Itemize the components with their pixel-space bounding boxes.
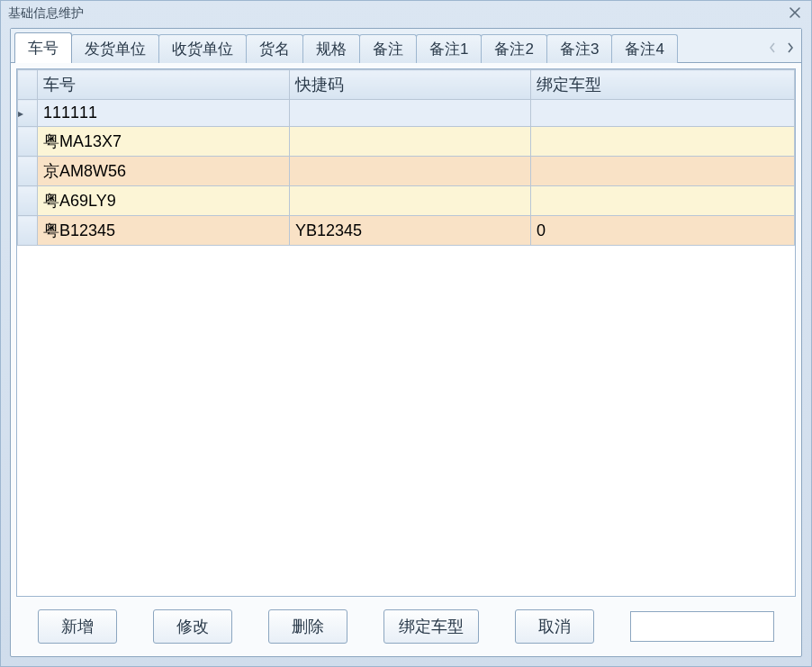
cell-shortcut[interactable]: YB12345 bbox=[290, 216, 531, 246]
row-header-corner bbox=[18, 70, 38, 100]
tab-label: 车号 bbox=[28, 38, 59, 59]
titlebar: 基础信息维护 bbox=[1, 1, 811, 26]
tabs-scroll bbox=[758, 33, 801, 62]
row-pointer bbox=[18, 186, 38, 216]
cell-vehicle[interactable]: 111111 bbox=[38, 100, 290, 127]
cell-bound-model[interactable] bbox=[531, 157, 795, 186]
bind-model-button[interactable]: 绑定车型 bbox=[383, 609, 479, 644]
table-row[interactable]: 粤B12345 YB12345 0 bbox=[18, 216, 795, 246]
col-header-shortcut[interactable]: 快捷码 bbox=[290, 70, 531, 100]
tab-remark[interactable]: 备注 bbox=[359, 34, 417, 63]
tab-label: 备注3 bbox=[560, 39, 599, 59]
tab-goods[interactable]: 货名 bbox=[246, 34, 303, 63]
cell-bound-model[interactable] bbox=[531, 127, 795, 157]
data-grid-wrap: 车号 快捷码 绑定车型 ▸ 111111 粤MA13X7 bbox=[16, 68, 796, 597]
cell-vehicle[interactable]: 粤B12345 bbox=[38, 216, 290, 246]
tab-label: 备注4 bbox=[625, 39, 663, 59]
tabs-row: 车号 发货单位 收货单位 货名 规格 备注 备注1 备注2 备注3 备注4 bbox=[11, 29, 801, 63]
chevron-left-icon bbox=[769, 42, 776, 53]
cell-bound-model[interactable] bbox=[531, 186, 795, 216]
table-row[interactable]: 粤MA13X7 bbox=[18, 127, 795, 157]
close-button[interactable] bbox=[786, 5, 804, 21]
tab-remark1[interactable]: 备注1 bbox=[416, 34, 482, 63]
tabs-scroll-left[interactable] bbox=[765, 39, 780, 57]
search-input[interactable] bbox=[630, 611, 774, 642]
cell-shortcut[interactable] bbox=[290, 100, 531, 127]
cell-shortcut[interactable] bbox=[290, 186, 531, 216]
tab-remark2[interactable]: 备注2 bbox=[481, 34, 546, 63]
cell-shortcut[interactable] bbox=[290, 157, 531, 186]
window-title: 基础信息维护 bbox=[8, 5, 84, 22]
close-icon bbox=[789, 6, 801, 19]
tab-receiver[interactable]: 收货单位 bbox=[158, 34, 247, 63]
table-row[interactable]: 京AM8W56 bbox=[18, 157, 795, 186]
cell-bound-model[interactable] bbox=[531, 100, 795, 127]
col-header-vehicle[interactable]: 车号 bbox=[38, 70, 290, 100]
tab-vehicle-number[interactable]: 车号 bbox=[14, 32, 72, 63]
delete-button[interactable]: 删除 bbox=[268, 609, 347, 644]
tabs-scroll-right[interactable] bbox=[783, 39, 798, 57]
tab-label: 规格 bbox=[316, 39, 347, 59]
tab-remark3[interactable]: 备注3 bbox=[546, 34, 612, 63]
tab-shipper[interactable]: 发货单位 bbox=[71, 34, 159, 63]
button-bar: 新增 修改 删除 绑定车型 取消 bbox=[11, 597, 801, 656]
data-grid[interactable]: 车号 快捷码 绑定车型 ▸ 111111 粤MA13X7 bbox=[17, 69, 795, 246]
tab-label: 货名 bbox=[259, 39, 290, 59]
cell-vehicle[interactable]: 京AM8W56 bbox=[38, 157, 290, 186]
cell-vehicle[interactable]: 粤MA13X7 bbox=[38, 127, 290, 157]
tab-label: 备注1 bbox=[429, 39, 468, 59]
cancel-button[interactable]: 取消 bbox=[515, 609, 594, 644]
content-panel: 车号 发货单位 收货单位 货名 规格 备注 备注1 备注2 备注3 备注4 bbox=[10, 28, 802, 657]
edit-button[interactable]: 修改 bbox=[153, 609, 232, 644]
main-window: 基础信息维护 车号 发货单位 收货单位 货名 规格 备注 备注1 备注2 备注3… bbox=[0, 0, 812, 667]
row-pointer: ▸ bbox=[18, 100, 38, 127]
tab-label: 备注 bbox=[373, 39, 403, 59]
tab-label: 收货单位 bbox=[172, 39, 233, 59]
cell-vehicle[interactable]: 粤A69LY9 bbox=[38, 186, 290, 216]
cell-shortcut[interactable] bbox=[290, 127, 531, 157]
add-button[interactable]: 新增 bbox=[38, 609, 117, 644]
tab-label: 发货单位 bbox=[85, 39, 146, 59]
table-row[interactable]: 粤A69LY9 bbox=[18, 186, 795, 216]
chevron-right-icon bbox=[787, 42, 794, 53]
tab-remark4[interactable]: 备注4 bbox=[611, 34, 677, 63]
tab-label: 备注2 bbox=[494, 39, 533, 59]
table-header-row: 车号 快捷码 绑定车型 bbox=[18, 70, 795, 100]
row-pointer bbox=[18, 157, 38, 186]
row-pointer bbox=[18, 127, 38, 157]
row-pointer bbox=[18, 216, 38, 246]
cell-bound-model[interactable]: 0 bbox=[531, 216, 795, 246]
col-header-bound-model[interactable]: 绑定车型 bbox=[531, 70, 795, 100]
table-row[interactable]: ▸ 111111 bbox=[18, 100, 795, 127]
tab-spec[interactable]: 规格 bbox=[302, 34, 360, 63]
